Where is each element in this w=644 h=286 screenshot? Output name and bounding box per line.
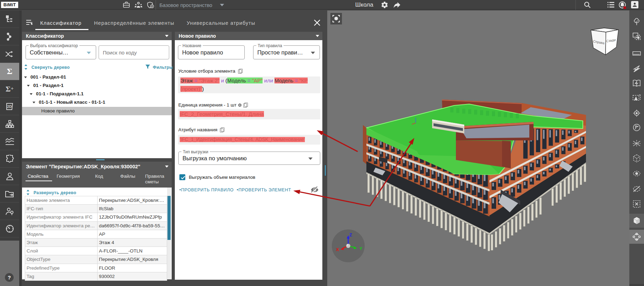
- svg-text:Z: Z: [349, 232, 352, 237]
- svg-text:Y: Y: [359, 246, 363, 251]
- svg-text:X: X: [336, 247, 339, 252]
- svg-text:2D: 2D: [7, 105, 12, 109]
